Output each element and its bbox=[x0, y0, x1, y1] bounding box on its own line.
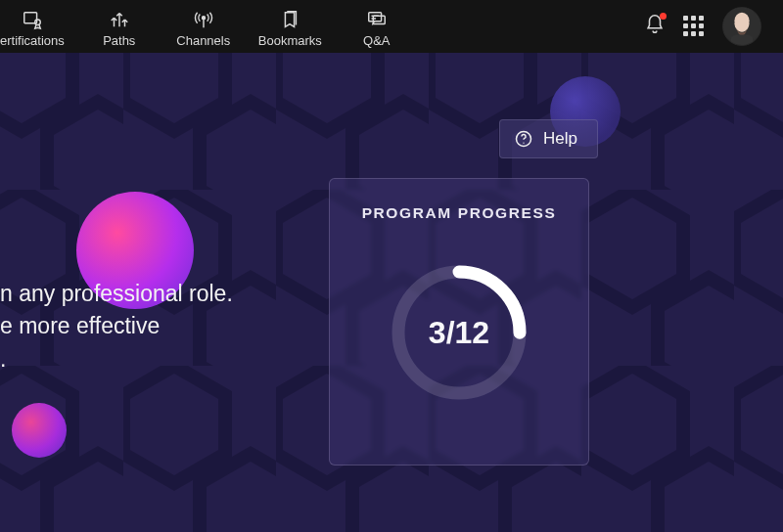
nav-tabs: ertifications Paths Channels Bookmarks Q bbox=[0, 5, 406, 48]
nav-label: ertifications bbox=[0, 33, 65, 48]
description-line: e more effective bbox=[0, 310, 233, 342]
description-line: n any professional role. bbox=[0, 278, 233, 310]
toolbar-right bbox=[644, 7, 775, 46]
program-progress-card: PROGRAM PROGRESS 3/12 bbox=[329, 178, 589, 466]
notification-dot bbox=[660, 13, 667, 20]
nav-label: Bookmarks bbox=[258, 33, 322, 48]
decor-orb bbox=[12, 403, 67, 458]
nav-tab-bookmarks[interactable]: Bookmarks bbox=[258, 9, 322, 48]
nav-tab-certifications[interactable]: ertifications bbox=[0, 9, 65, 48]
nav-label: Paths bbox=[103, 33, 135, 48]
nav-label: Channels bbox=[176, 33, 230, 48]
top-toolbar: ertifications Paths Channels Bookmarks Q bbox=[0, 0, 783, 53]
progress-value: 3/12 bbox=[376, 249, 542, 416]
nav-tab-paths[interactable]: Paths bbox=[90, 9, 149, 48]
svg-rect-3 bbox=[369, 13, 382, 22]
progress-title: PROGRAM PROGRESS bbox=[362, 204, 557, 222]
program-description: n any professional role. e more effectiv… bbox=[0, 278, 233, 376]
svg-point-1 bbox=[35, 20, 41, 25]
nav-label: Q&A bbox=[363, 33, 390, 48]
progress-gauge: 3/12 bbox=[376, 249, 542, 416]
description-line: . bbox=[0, 343, 233, 376]
paths-icon bbox=[109, 9, 130, 30]
qa-icon bbox=[366, 9, 388, 30]
bookmark-icon bbox=[279, 9, 300, 30]
notifications-button[interactable] bbox=[644, 14, 666, 39]
user-avatar[interactable] bbox=[722, 7, 761, 46]
nav-tab-qa[interactable]: Q&A bbox=[347, 9, 406, 48]
svg-rect-4 bbox=[373, 16, 385, 23]
broadcast-icon bbox=[193, 9, 214, 30]
main-content: n any professional role. e more effectiv… bbox=[0, 53, 783, 532]
avatar-image bbox=[723, 7, 760, 45]
apps-menu-button[interactable] bbox=[683, 16, 705, 37]
nav-tab-channels[interactable]: Channels bbox=[174, 9, 233, 48]
help-label: Help bbox=[543, 129, 577, 149]
certificate-icon bbox=[22, 9, 43, 30]
help-button[interactable]: Help bbox=[499, 119, 598, 158]
svg-point-2 bbox=[202, 17, 205, 20]
help-icon bbox=[514, 129, 533, 149]
svg-rect-7 bbox=[731, 35, 754, 46]
svg-point-12 bbox=[523, 143, 524, 144]
